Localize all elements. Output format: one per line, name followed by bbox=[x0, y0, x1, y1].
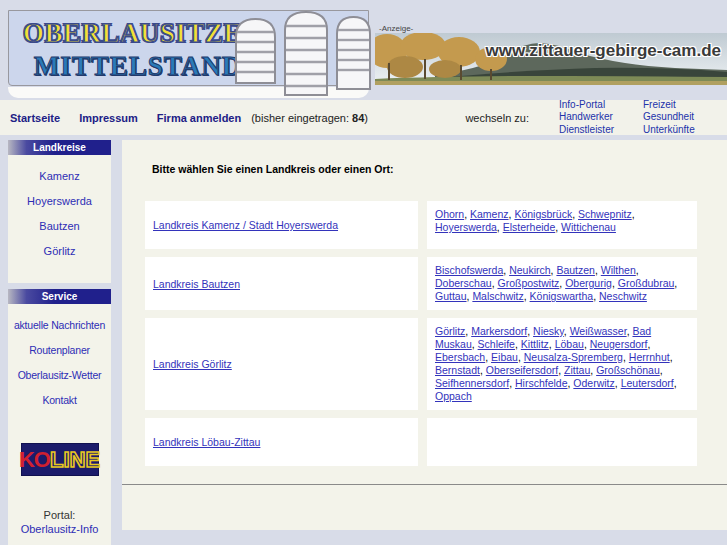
table-row: Landkreis Kamenz / Stadt Hoyerswerda Oho… bbox=[145, 201, 727, 249]
town-link[interactable]: Neusalza-Spremberg bbox=[524, 351, 623, 363]
town-link[interactable]: Königswartha bbox=[530, 290, 594, 302]
landkreis-link[interactable]: Landkreis Görlitz bbox=[153, 358, 232, 370]
town-link[interactable]: Niesky bbox=[533, 325, 564, 337]
town-link[interactable]: Bischofswerda bbox=[435, 264, 503, 276]
banner-url[interactable]: www.zittauer-gebirge-cam.de bbox=[485, 41, 721, 61]
ad-label: -Anzeige- bbox=[379, 24, 413, 33]
town-link[interactable]: Seifhennersdorf bbox=[435, 377, 509, 389]
page-title: Bitte wählen Sie einen Landkreis oder ei… bbox=[122, 140, 727, 175]
town-link[interactable]: Malschwitz bbox=[472, 290, 523, 302]
town-link[interactable]: Oberseifersdorf bbox=[486, 364, 558, 376]
landkreis-link[interactable]: Landkreis Kamenz / Stadt Hoyerswerda bbox=[153, 219, 338, 231]
town-link[interactable]: Ebersbach bbox=[435, 351, 485, 363]
landkreis-cell: Landkreis Bautzen bbox=[145, 257, 418, 310]
town-link[interactable]: Neukirch bbox=[509, 264, 550, 276]
koline-logo[interactable]: KOLINE bbox=[21, 443, 99, 476]
company-counter-value: 84 bbox=[352, 112, 364, 124]
switch-column-2: Freizeit Gesundheit Unterkünfte bbox=[643, 99, 717, 137]
town-link[interactable]: Eibau bbox=[491, 351, 518, 363]
town-link[interactable]: Neschwitz bbox=[599, 290, 647, 302]
town-link[interactable]: Guttau bbox=[435, 290, 467, 302]
town-link[interactable]: Schleife bbox=[478, 338, 515, 350]
content-divider bbox=[122, 484, 727, 485]
nav-impressum[interactable]: Impressum bbox=[79, 112, 138, 124]
landkreis-cell: Landkreis Löbau-Zittau bbox=[145, 418, 418, 466]
switch-unterkuenfte[interactable]: Unterkünfte bbox=[643, 124, 717, 137]
town-link[interactable]: Obergurig bbox=[565, 277, 612, 289]
town-link[interactable]: Hoyerswerda bbox=[435, 221, 497, 233]
town-link[interactable]: Oderwitz bbox=[573, 377, 614, 389]
town-link[interactable]: Oppach bbox=[435, 390, 472, 402]
town-links: Görlitz, Markersdorf, Niesky, Weißwasser… bbox=[427, 318, 697, 410]
landkreis-cell: Landkreis Görlitz bbox=[145, 318, 418, 410]
town-link[interactable]: Löbau bbox=[555, 338, 584, 350]
koline-logo-line: LINE bbox=[50, 447, 100, 473]
town-link[interactable]: Hirschfelde bbox=[515, 377, 568, 389]
logo-line2: MITTELSTAND bbox=[23, 50, 253, 83]
town-link[interactable]: Elsterheide bbox=[503, 221, 556, 233]
sidebar-item-wetter[interactable]: Oberlausitz-Wetter bbox=[18, 369, 102, 381]
switch-dienstleister[interactable]: Dienstleister bbox=[559, 124, 643, 137]
town-link[interactable]: Herrnhut bbox=[629, 351, 670, 363]
switch-gesundheit[interactable]: Gesundheit bbox=[643, 111, 717, 124]
landkreis-link[interactable]: Landkreis Bautzen bbox=[153, 278, 240, 290]
town-links bbox=[427, 418, 697, 466]
nav-startseite[interactable]: Startseite bbox=[10, 112, 60, 124]
landkreis-link[interactable]: Landkreis Löbau-Zittau bbox=[153, 436, 260, 448]
town-link[interactable]: Großschönau bbox=[596, 364, 660, 376]
switch-info-portal[interactable]: Info-Portal bbox=[559, 99, 643, 112]
town-link[interactable]: Bernstadt bbox=[435, 364, 480, 376]
sidebar-header-service: Service bbox=[8, 289, 111, 304]
sidebar-header-landkreise: Landkreise bbox=[8, 140, 111, 155]
portal-block: Portal: Oberlausitz-Info bbox=[8, 508, 111, 536]
site-logo-text: OBERLAUSITZER MITTELSTAND bbox=[23, 17, 253, 83]
sidebar-landkreise-box: Kamenz Hoyerswerda Bautzen Görlitz bbox=[8, 155, 111, 283]
books-icon bbox=[233, 10, 371, 96]
town-link[interactable]: Kamenz bbox=[470, 208, 509, 220]
town-link[interactable]: Bautzen bbox=[556, 264, 595, 276]
town-link[interactable]: Neugersdorf bbox=[590, 338, 648, 350]
table-row: Landkreis Löbau-Zittau bbox=[145, 418, 727, 466]
switch-label: wechseln zu: bbox=[465, 112, 529, 124]
main-content: Bitte wählen Sie einen Landkreis oder ei… bbox=[122, 140, 727, 530]
town-link[interactable]: Markersdorf bbox=[471, 325, 527, 337]
sidebar-item-bautzen[interactable]: Bautzen bbox=[39, 220, 79, 232]
town-link[interactable]: Königsbrück bbox=[514, 208, 572, 220]
town-link[interactable]: Görlitz bbox=[435, 325, 465, 337]
landkreis-rows: Landkreis Kamenz / Stadt Hoyerswerda Oho… bbox=[145, 201, 727, 466]
switch-handwerker[interactable]: Handwerker bbox=[559, 111, 643, 124]
town-links: Bischofswerda, Neukirch, Bautzen, Wilthe… bbox=[427, 257, 697, 310]
logo-line1: OBERLAUSITZER bbox=[23, 17, 253, 50]
table-row: Landkreis Bautzen Bischofswerda, Neukirc… bbox=[145, 257, 727, 310]
town-link[interactable]: Wilthen bbox=[601, 264, 636, 276]
ad-banner[interactable]: www.zittauer-gebirge-cam.de bbox=[375, 33, 727, 85]
town-link[interactable]: Doberschau bbox=[435, 277, 492, 289]
company-counter: (bisher eingetragen: 84) bbox=[251, 112, 368, 124]
navbar: Startseite Impressum Firma anmelden (bis… bbox=[0, 100, 727, 135]
town-link[interactable]: Schwepnitz bbox=[578, 208, 632, 220]
town-link[interactable]: Kittlitz bbox=[521, 338, 549, 350]
switch-column-1: Info-Portal Handwerker Dienstleister bbox=[559, 99, 643, 137]
koline-logo-ko: KO bbox=[19, 447, 50, 473]
town-link[interactable]: Zittau bbox=[564, 364, 590, 376]
table-row: Landkreis Görlitz Görlitz, Markersdorf, … bbox=[145, 318, 727, 410]
sidebar-item-kontakt[interactable]: Kontakt bbox=[42, 394, 76, 406]
town-link[interactable]: Wittichenau bbox=[561, 221, 616, 233]
sidebar-item-nachrichten[interactable]: aktuelle Nachrichten bbox=[14, 319, 105, 331]
town-link[interactable]: Leutersdorf bbox=[621, 377, 674, 389]
portal-link-oberlausitz-info[interactable]: Oberlausitz-Info bbox=[21, 523, 99, 535]
town-link[interactable]: Großdubrau bbox=[618, 277, 675, 289]
switch-freizeit[interactable]: Freizeit bbox=[643, 99, 717, 112]
town-link[interactable]: Weißwasser bbox=[570, 325, 627, 337]
page: OBERLAUSITZER MITTELSTAND -Anzeige- bbox=[0, 0, 727, 545]
sidebar-item-routenplaner[interactable]: Routenplaner bbox=[29, 344, 90, 356]
town-link[interactable]: Ohorn bbox=[435, 208, 464, 220]
town-link[interactable]: Großpostwitz bbox=[497, 277, 559, 289]
sidebar-item-goerlitz[interactable]: Görlitz bbox=[44, 245, 76, 257]
sidebar-item-hoyerswerda[interactable]: Hoyerswerda bbox=[27, 195, 92, 207]
nav-firma-anmelden[interactable]: Firma anmelden bbox=[157, 112, 241, 124]
sidebar-service-links: aktuelle Nachrichten Routenplaner Oberla… bbox=[8, 304, 111, 406]
sidebar-service-box: aktuelle Nachrichten Routenplaner Oberla… bbox=[8, 304, 111, 545]
nav-links: Startseite Impressum Firma anmelden bbox=[10, 112, 241, 124]
sidebar-item-kamenz[interactable]: Kamenz bbox=[39, 170, 79, 182]
